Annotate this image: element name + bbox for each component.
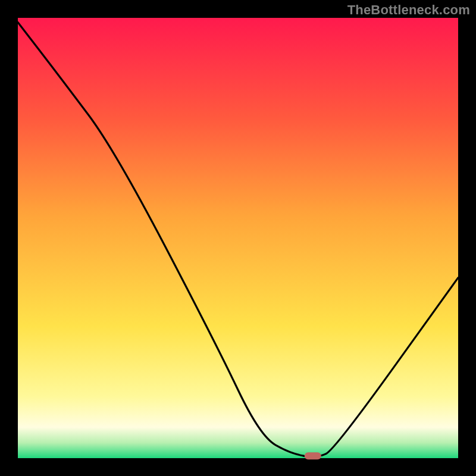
chart-frame: TheBottleneck.com <box>0 0 476 476</box>
bottleneck-chart <box>0 0 476 476</box>
optimal-marker <box>305 452 321 459</box>
watermark-text: TheBottleneck.com <box>347 2 470 18</box>
